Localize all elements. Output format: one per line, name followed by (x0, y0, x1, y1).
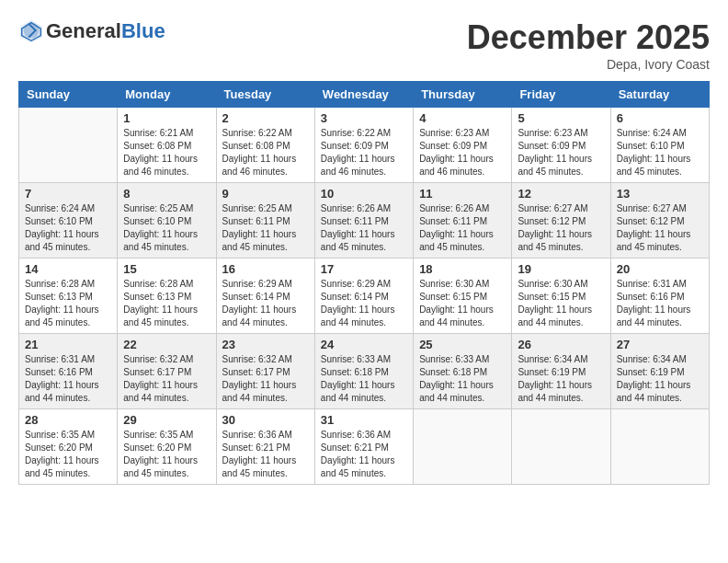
day-info: Sunrise: 6:22 AM Sunset: 6:09 PM Dayligh… (321, 127, 407, 178)
calendar-cell: 22Sunrise: 6:32 AM Sunset: 6:17 PM Dayli… (118, 334, 216, 409)
calendar-cell: 11Sunrise: 6:26 AM Sunset: 6:11 PM Dayli… (414, 183, 512, 259)
day-info: Sunrise: 6:28 AM Sunset: 6:13 PM Dayligh… (123, 278, 210, 329)
weekday-header-row: SundayMondayTuesdayWednesdayThursdayFrid… (19, 82, 710, 108)
day-info: Sunrise: 6:29 AM Sunset: 6:14 PM Dayligh… (222, 278, 309, 329)
calendar-cell: 14Sunrise: 6:28 AM Sunset: 6:13 PM Dayli… (19, 259, 118, 334)
day-info: Sunrise: 6:32 AM Sunset: 6:17 PM Dayligh… (222, 353, 309, 405)
day-info: Sunrise: 6:24 AM Sunset: 6:10 PM Dayligh… (617, 127, 703, 178)
day-info: Sunrise: 6:29 AM Sunset: 6:14 PM Dayligh… (321, 278, 407, 329)
day-number: 22 (123, 338, 210, 351)
day-info: Sunrise: 6:23 AM Sunset: 6:09 PM Dayligh… (419, 127, 506, 178)
day-number: 5 (518, 111, 604, 125)
day-number: 12 (518, 187, 604, 201)
day-info: Sunrise: 6:35 AM Sunset: 6:20 PM Dayligh… (123, 429, 210, 480)
calendar-cell (610, 409, 709, 485)
day-info: Sunrise: 6:36 AM Sunset: 6:21 PM Dayligh… (222, 429, 309, 480)
day-number: 11 (419, 187, 506, 201)
day-number: 8 (123, 187, 210, 201)
calendar-week-row: 21Sunrise: 6:31 AM Sunset: 6:16 PM Dayli… (19, 334, 710, 409)
calendar-cell: 23Sunrise: 6:32 AM Sunset: 6:17 PM Dayli… (216, 334, 314, 409)
calendar-cell: 27Sunrise: 6:34 AM Sunset: 6:19 PM Dayli… (610, 334, 709, 409)
calendar-week-row: 7Sunrise: 6:24 AM Sunset: 6:10 PM Daylig… (19, 183, 710, 259)
calendar-cell: 2Sunrise: 6:22 AM Sunset: 6:08 PM Daylig… (216, 108, 314, 183)
day-info: Sunrise: 6:24 AM Sunset: 6:10 PM Dayligh… (25, 202, 111, 254)
day-number: 6 (617, 111, 703, 125)
day-number: 15 (123, 262, 210, 276)
day-info: Sunrise: 6:26 AM Sunset: 6:11 PM Dayligh… (321, 202, 407, 254)
calendar-cell: 4Sunrise: 6:23 AM Sunset: 6:09 PM Daylig… (414, 108, 512, 183)
calendar-cell: 15Sunrise: 6:28 AM Sunset: 6:13 PM Dayli… (118, 259, 216, 334)
day-number: 4 (419, 111, 506, 125)
calendar-cell: 19Sunrise: 6:30 AM Sunset: 6:15 PM Dayli… (512, 259, 610, 334)
day-info: Sunrise: 6:34 AM Sunset: 6:19 PM Dayligh… (617, 353, 703, 405)
calendar-cell: 16Sunrise: 6:29 AM Sunset: 6:14 PM Dayli… (216, 259, 314, 334)
calendar-cell: 21Sunrise: 6:31 AM Sunset: 6:16 PM Dayli… (19, 334, 118, 409)
calendar-cell: 30Sunrise: 6:36 AM Sunset: 6:21 PM Dayli… (216, 409, 314, 485)
calendar-cell: 28Sunrise: 6:35 AM Sunset: 6:20 PM Dayli… (19, 409, 118, 485)
day-info: Sunrise: 6:22 AM Sunset: 6:08 PM Dayligh… (222, 127, 309, 178)
day-info: Sunrise: 6:21 AM Sunset: 6:08 PM Dayligh… (123, 127, 210, 178)
title-section: December 2025 Depa, Ivory Coast (467, 18, 710, 72)
day-number: 29 (123, 413, 210, 427)
day-number: 3 (321, 111, 407, 125)
day-number: 25 (419, 338, 506, 351)
day-info: Sunrise: 6:32 AM Sunset: 6:17 PM Dayligh… (123, 353, 210, 405)
calendar-cell: 10Sunrise: 6:26 AM Sunset: 6:11 PM Dayli… (314, 183, 413, 259)
day-number: 10 (321, 187, 407, 201)
calendar-cell: 6Sunrise: 6:24 AM Sunset: 6:10 PM Daylig… (610, 108, 709, 183)
day-info: Sunrise: 6:33 AM Sunset: 6:18 PM Dayligh… (419, 353, 506, 405)
day-info: Sunrise: 6:30 AM Sunset: 6:15 PM Dayligh… (419, 278, 506, 329)
day-number: 16 (222, 262, 309, 276)
weekday-header-thursday: Thursday (414, 82, 512, 108)
day-info: Sunrise: 6:30 AM Sunset: 6:15 PM Dayligh… (518, 278, 604, 329)
calendar-cell: 12Sunrise: 6:27 AM Sunset: 6:12 PM Dayli… (512, 183, 610, 259)
calendar-cell: 13Sunrise: 6:27 AM Sunset: 6:12 PM Dayli… (610, 183, 709, 259)
day-number: 26 (518, 338, 604, 351)
day-info: Sunrise: 6:28 AM Sunset: 6:13 PM Dayligh… (25, 278, 111, 329)
calendar-week-row: 14Sunrise: 6:28 AM Sunset: 6:13 PM Dayli… (19, 259, 710, 334)
calendar-cell: 18Sunrise: 6:30 AM Sunset: 6:15 PM Dayli… (414, 259, 512, 334)
weekday-header-saturday: Saturday (610, 82, 709, 108)
day-number: 14 (25, 262, 111, 276)
calendar-cell: 9Sunrise: 6:25 AM Sunset: 6:11 PM Daylig… (216, 183, 314, 259)
day-info: Sunrise: 6:34 AM Sunset: 6:19 PM Dayligh… (518, 353, 604, 405)
day-number: 23 (222, 338, 309, 351)
weekday-header-sunday: Sunday (19, 82, 118, 108)
day-number: 9 (222, 187, 309, 201)
calendar-table: SundayMondayTuesdayWednesdayThursdayFrid… (18, 81, 710, 485)
calendar-cell (19, 108, 118, 183)
logo-text: GeneralBlue (46, 19, 165, 43)
day-info: Sunrise: 6:26 AM Sunset: 6:11 PM Dayligh… (419, 202, 506, 254)
calendar-cell (512, 409, 610, 485)
calendar-cell (414, 409, 512, 485)
calendar-week-row: 28Sunrise: 6:35 AM Sunset: 6:20 PM Dayli… (19, 409, 710, 485)
calendar-cell: 1Sunrise: 6:21 AM Sunset: 6:08 PM Daylig… (118, 108, 216, 183)
day-info: Sunrise: 6:31 AM Sunset: 6:16 PM Dayligh… (617, 278, 703, 329)
day-info: Sunrise: 6:25 AM Sunset: 6:11 PM Dayligh… (222, 202, 309, 254)
calendar-cell: 29Sunrise: 6:35 AM Sunset: 6:20 PM Dayli… (118, 409, 216, 485)
day-number: 20 (617, 262, 703, 276)
logo: GeneralBlue (18, 18, 165, 44)
day-info: Sunrise: 6:33 AM Sunset: 6:18 PM Dayligh… (321, 353, 407, 405)
day-number: 19 (518, 262, 604, 276)
calendar-cell: 5Sunrise: 6:23 AM Sunset: 6:09 PM Daylig… (512, 108, 610, 183)
weekday-header-friday: Friday (512, 82, 610, 108)
weekday-header-tuesday: Tuesday (216, 82, 314, 108)
day-number: 17 (321, 262, 407, 276)
day-info: Sunrise: 6:36 AM Sunset: 6:21 PM Dayligh… (321, 429, 407, 480)
month-title: December 2025 (467, 18, 710, 57)
day-number: 21 (25, 338, 111, 351)
day-info: Sunrise: 6:25 AM Sunset: 6:10 PM Dayligh… (123, 202, 210, 254)
day-info: Sunrise: 6:23 AM Sunset: 6:09 PM Dayligh… (518, 127, 604, 178)
day-info: Sunrise: 6:27 AM Sunset: 6:12 PM Dayligh… (617, 202, 703, 254)
logo-icon (18, 18, 44, 44)
calendar-cell: 7Sunrise: 6:24 AM Sunset: 6:10 PM Daylig… (19, 183, 118, 259)
day-info: Sunrise: 6:27 AM Sunset: 6:12 PM Dayligh… (518, 202, 604, 254)
calendar-cell: 8Sunrise: 6:25 AM Sunset: 6:10 PM Daylig… (118, 183, 216, 259)
calendar-cell: 26Sunrise: 6:34 AM Sunset: 6:19 PM Dayli… (512, 334, 610, 409)
calendar-cell: 17Sunrise: 6:29 AM Sunset: 6:14 PM Dayli… (314, 259, 413, 334)
location: Depa, Ivory Coast (467, 57, 710, 72)
calendar-cell: 24Sunrise: 6:33 AM Sunset: 6:18 PM Dayli… (314, 334, 413, 409)
day-number: 1 (123, 111, 210, 125)
calendar-cell: 25Sunrise: 6:33 AM Sunset: 6:18 PM Dayli… (414, 334, 512, 409)
